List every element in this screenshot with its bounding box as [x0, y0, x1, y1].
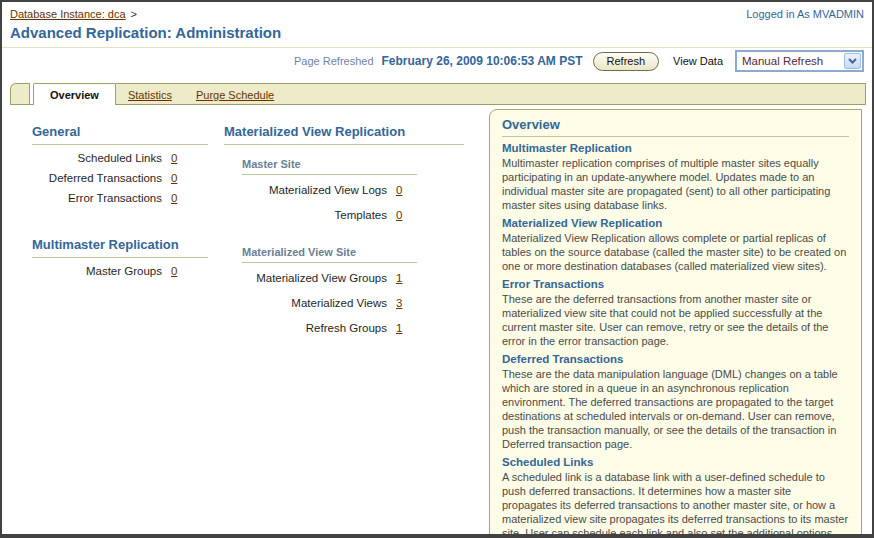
stat-row-error-transactions: Error Transactions 0	[32, 192, 208, 212]
stat-row-materialized-views: Materialized Views 3	[242, 297, 417, 322]
help-section-scheduled-links: Scheduled Links A scheduled link is a da…	[502, 455, 849, 538]
view-data-select[interactable]: Manual Refresh	[735, 50, 864, 72]
stat-row-mv-groups: Materialized View Groups 1	[242, 272, 417, 297]
page-refreshed-timestamp: February 26, 2009 10:06:53 AM PST	[382, 54, 583, 68]
chevron-down-icon[interactable]	[844, 53, 861, 69]
stat-label: Materialized View Groups	[242, 272, 387, 284]
master-groups-count-link[interactable]: 0	[171, 265, 177, 277]
general-rows: Scheduled Links 0 Deferred Transactions …	[32, 152, 208, 212]
help-section-deferred-transactions: Deferred Transactions These are the data…	[502, 352, 849, 451]
stat-label: Master Groups	[32, 265, 162, 277]
stat-row-templates: Templates 0	[242, 209, 417, 234]
master-site-rows: Materialized View Logs 0 Templates 0	[242, 184, 417, 234]
scheduled-links-count-link[interactable]: 0	[171, 152, 177, 164]
error-transactions-count-link[interactable]: 0	[171, 192, 177, 204]
help-body: A scheduled link is a database link with…	[502, 470, 849, 538]
mv-logs-count-link[interactable]: 0	[396, 184, 402, 196]
overview-panel-title: Overview	[502, 117, 849, 137]
help-section-mv-replication: Materialized View Replication Materializ…	[502, 216, 849, 273]
stat-row-refresh-groups: Refresh Groups 1	[242, 322, 417, 347]
general-heading: General	[32, 124, 208, 145]
tab-purge-schedule[interactable]: Purge Schedule	[196, 89, 274, 101]
mv-site-heading: Materialized View Site	[242, 246, 417, 263]
stat-label: Materialized Views	[242, 297, 387, 309]
materialized-views-count-link[interactable]: 3	[396, 297, 402, 309]
mv-replication-section: Materialized View Replication Master Sit…	[224, 124, 464, 347]
refresh-row: Page Refreshed February 26, 2009 10:06:5…	[294, 49, 864, 73]
breadcrumb: Database Instance: dca>	[10, 8, 137, 20]
mv-groups-count-link[interactable]: 1	[396, 272, 402, 284]
stat-label: Templates	[242, 209, 387, 221]
general-section: General Scheduled Links 0 Deferred Trans…	[32, 124, 208, 285]
help-heading: Deferred Transactions	[502, 352, 849, 367]
view-data-label: View Data	[673, 55, 723, 67]
stat-label: Materialized View Logs	[242, 184, 387, 196]
help-body: Materialized View Replication allows com…	[502, 231, 849, 273]
stat-label: Refresh Groups	[242, 322, 387, 334]
help-heading: Scheduled Links	[502, 455, 849, 470]
logged-in-status: Logged in As MVADMIN	[746, 8, 864, 20]
view-data-selected-value: Manual Refresh	[737, 55, 844, 67]
overview-help-panel: Overview Multimaster Replication Multima…	[489, 109, 862, 538]
mv-replication-heading: Materialized View Replication	[224, 124, 464, 145]
help-heading: Error Transactions	[502, 277, 849, 292]
templates-count-link[interactable]: 0	[396, 209, 402, 221]
stat-row-scheduled-links: Scheduled Links 0	[32, 152, 208, 172]
page-refreshed-label: Page Refreshed	[294, 55, 374, 67]
breadcrumb-link-database-instance[interactable]: Database Instance: dca	[10, 8, 126, 20]
page-title: Advanced Replication: Administration	[10, 24, 281, 41]
mv-site-rows: Materialized View Groups 1 Materialized …	[242, 272, 417, 347]
tabbar-bottom-rule	[10, 104, 866, 105]
help-heading: Materialized View Replication	[502, 216, 849, 231]
deferred-transactions-count-link[interactable]: 0	[171, 172, 177, 184]
tab-statistics[interactable]: Statistics	[128, 89, 172, 101]
stat-row-deferred-transactions: Deferred Transactions 0	[32, 172, 208, 192]
breadcrumb-separator: >	[131, 8, 137, 20]
master-site-group: Master Site Materialized View Logs 0 Tem…	[242, 158, 417, 347]
stat-row-mv-logs: Materialized View Logs 0	[242, 184, 417, 209]
stat-label: Error Transactions	[32, 192, 162, 204]
master-site-heading: Master Site	[242, 158, 417, 175]
refresh-groups-count-link[interactable]: 1	[396, 322, 402, 334]
tabbar-left-cap	[10, 83, 30, 105]
stat-label: Scheduled Links	[32, 152, 162, 164]
tabbar-inactive-area: Statistics Purge Schedule	[116, 83, 866, 105]
stat-row-master-groups: Master Groups 0	[32, 265, 208, 285]
tab-overview[interactable]: Overview	[33, 83, 116, 105]
help-body: These are the data manipulation language…	[502, 367, 849, 451]
app-window: Database Instance: dca> Logged in As MVA…	[0, 0, 874, 538]
title-divider	[2, 47, 872, 48]
help-heading: Multimaster Replication	[502, 141, 849, 156]
help-body: These are the deferred transactions from…	[502, 292, 849, 348]
multimaster-heading: Multimaster Replication	[32, 237, 208, 258]
help-section-error-transactions: Error Transactions These are the deferre…	[502, 277, 849, 348]
help-body: Multimaster replication comprises of mul…	[502, 156, 849, 212]
refresh-button[interactable]: Refresh	[593, 52, 660, 71]
tab-bar: Overview Statistics Purge Schedule	[10, 83, 866, 105]
help-section-multimaster: Multimaster Replication Multimaster repl…	[502, 141, 849, 212]
multimaster-rows: Master Groups 0	[32, 265, 208, 285]
stat-label: Deferred Transactions	[32, 172, 162, 184]
